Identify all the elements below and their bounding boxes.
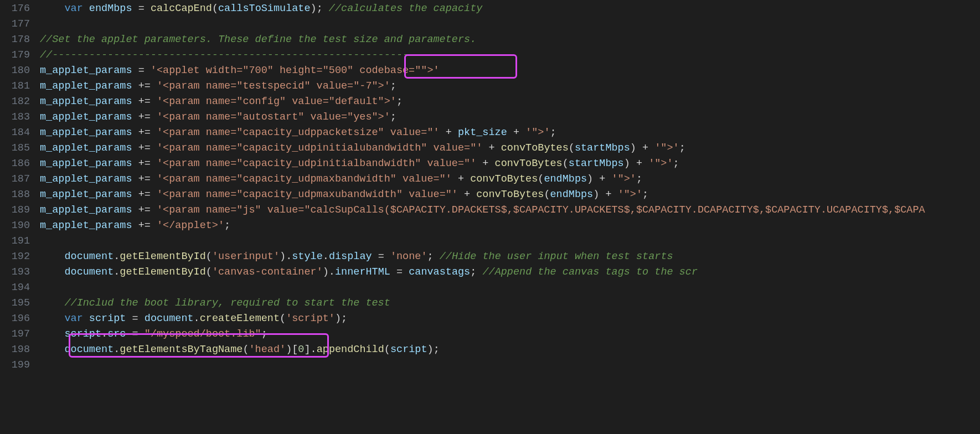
token-op: += [132, 173, 157, 185]
token-var: script [89, 313, 126, 324]
code-line[interactable]: m_applet_params += '<param name="capacit… [40, 187, 980, 203]
token-pun: ( [212, 3, 218, 14]
token-op [40, 328, 64, 340]
token-var: startMbps [569, 158, 624, 169]
code-editor[interactable]: 1761771781791801811821831841851861871881… [0, 0, 980, 434]
token-op [40, 251, 64, 262]
token-op [40, 313, 64, 324]
token-pun: ; [224, 220, 230, 231]
line-number: 194 [0, 280, 30, 296]
token-op: + [476, 158, 494, 169]
token-pun: ) + [624, 158, 648, 169]
code-line[interactable]: document.getElementsByTagName('head')[0]… [40, 342, 980, 358]
token-pun: ); [335, 313, 347, 324]
token-pun: ( [384, 344, 390, 355]
code-line[interactable]: m_applet_params += '<param name="autosta… [40, 110, 980, 125]
token-op: + [507, 127, 525, 138]
code-line[interactable]: m_applet_params += '<param name="testspe… [40, 79, 980, 94]
token-pun: ( [206, 251, 212, 262]
line-number: 195 [0, 296, 30, 311]
code-line[interactable]: var script = document.createElement('scr… [40, 311, 980, 327]
code-line[interactable]: var endMbps = calcCapEnd(callsToSimulate… [40, 1, 980, 17]
token-str: '<param name="js" value="calcSupCalls($C… [157, 204, 925, 216]
token-fn: getElementById [120, 266, 205, 278]
token-str: '<param name="capacity_udpmaxubandwidth"… [157, 189, 458, 200]
line-number: 192 [0, 249, 30, 265]
code-area[interactable]: var endMbps = calcCapEnd(callsToSimulate… [40, 1, 980, 434]
token-pun: ( [538, 173, 544, 185]
token-pun: ); [311, 3, 329, 14]
code-line[interactable]: //Set the applet parameters. These defin… [40, 32, 980, 48]
token-cmt: //Includ the boot library, required to s… [64, 297, 390, 309]
token-fn: appendChild [317, 344, 384, 355]
line-number: 180 [0, 63, 30, 79]
token-kw: var [64, 313, 82, 324]
line-number: 183 [0, 110, 30, 125]
line-number: 196 [0, 311, 30, 327]
code-line[interactable] [40, 17, 980, 32]
token-var: endMbps [89, 3, 132, 14]
token-var: endMbps [550, 189, 594, 200]
token-pun: ; [636, 173, 642, 185]
line-number: 197 [0, 327, 30, 342]
token-op: = [126, 328, 144, 340]
code-line[interactable]: document.getElementById('userinput').sty… [40, 249, 980, 265]
code-line[interactable]: m_applet_params += '<param name="config"… [40, 94, 980, 110]
line-number: 182 [0, 94, 30, 110]
line-number: 177 [0, 17, 30, 32]
token-pun: ) + [587, 173, 611, 185]
token-pun: ( [569, 142, 575, 154]
token-op: = [390, 266, 409, 278]
code-line[interactable] [40, 358, 980, 373]
token-fn: convToBytes [495, 158, 563, 169]
code-line[interactable]: document.getElementById('canvas-containe… [40, 265, 980, 280]
token-pun: ; [396, 96, 403, 107]
token-op: + [440, 127, 458, 138]
token-pun: ; [390, 80, 396, 92]
token-op [40, 297, 64, 309]
code-line[interactable] [40, 234, 980, 249]
token-num: 0 [298, 344, 304, 355]
line-number: 179 [0, 48, 30, 63]
line-number: 199 [0, 358, 30, 373]
token-prop: display [329, 251, 372, 262]
token-var: m_applet_params [40, 142, 132, 154]
code-line[interactable]: m_applet_params += '<param name="capacit… [40, 125, 980, 141]
token-var: m_applet_params [40, 204, 132, 216]
token-pun: ( [280, 313, 286, 324]
code-line[interactable]: script.src = "/myspeed/boot.lib"; [40, 327, 980, 342]
token-fn: createElement [200, 313, 280, 324]
token-str: '">' [618, 189, 642, 200]
token-cmt: //Hide the user input when test starts [440, 251, 673, 262]
code-line[interactable]: m_applet_params += '</applet>'; [40, 218, 980, 234]
token-str: '</applet>' [157, 220, 224, 231]
code-line[interactable]: m_applet_params += '<param name="capacit… [40, 156, 980, 172]
token-pun: . [194, 313, 200, 324]
token-op [40, 344, 64, 355]
token-str: '">' [648, 158, 673, 169]
token-var: m_applet_params [40, 158, 132, 169]
token-pun: ). [280, 251, 292, 262]
line-number: 190 [0, 218, 30, 234]
code-line[interactable]: //--------------------------------------… [40, 48, 980, 63]
line-number: 198 [0, 342, 30, 358]
token-op: = [132, 65, 151, 76]
token-fn: convToBytes [476, 189, 544, 200]
code-line[interactable]: m_applet_params = '<applet width="700" h… [40, 63, 980, 79]
token-var: m_applet_params [40, 96, 132, 107]
code-line[interactable]: m_applet_params += '<param name="capacit… [40, 172, 980, 187]
line-number: 178 [0, 32, 30, 48]
code-line[interactable] [40, 280, 980, 296]
code-line[interactable]: m_applet_params += '<param name="capacit… [40, 141, 980, 156]
token-op: += [132, 158, 157, 169]
token-var: m_applet_params [40, 65, 132, 76]
token-pun: . [114, 344, 120, 355]
token-op: += [132, 96, 157, 107]
code-line[interactable]: //Includ the boot library, required to s… [40, 296, 980, 311]
token-str: 'script' [286, 313, 335, 324]
token-op [83, 313, 89, 324]
token-pun: ; [470, 266, 482, 278]
token-str: '<param name="testspecid" value="-7">' [157, 80, 390, 92]
code-line[interactable]: m_applet_params += '<param name="js" val… [40, 203, 980, 218]
token-var: callsToSimulate [218, 3, 311, 14]
